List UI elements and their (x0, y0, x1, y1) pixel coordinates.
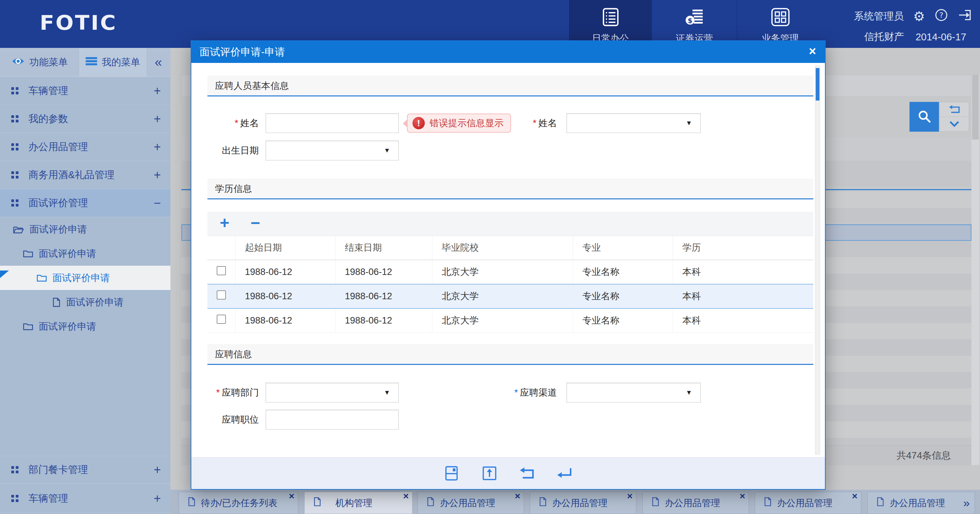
document-icon (313, 497, 321, 509)
bottom-tab-office-supplies-2[interactable]: 办公用品管理 × (530, 492, 636, 514)
tree-item-interview-apply-l1[interactable]: 面试评价申请 (0, 217, 170, 241)
tree-item-interview-apply-l4[interactable]: 面试评价申请 (0, 290, 170, 314)
column-header: 结束日期 (335, 236, 432, 260)
close-icon[interactable]: × (627, 491, 633, 502)
close-icon[interactable]: × (515, 491, 520, 502)
gear-icon[interactable]: ⚙ (913, 10, 925, 23)
document-icon (539, 497, 547, 509)
tree-item-interview-apply-l2[interactable]: 面试评价申请 (0, 241, 170, 266)
tree-item-interview-apply-l2b[interactable]: 面试评价申请 (0, 314, 170, 339)
user-info-row: 系统管理员 ⚙ ? (832, 8, 972, 24)
close-icon[interactable]: × (852, 491, 858, 502)
position-input[interactable] (266, 410, 399, 430)
expand-toggle[interactable]: + (154, 140, 161, 154)
expand-toggle[interactable]: + (154, 168, 161, 182)
grid-dots-icon (11, 143, 19, 151)
scrollbar-thumb[interactable] (972, 75, 978, 140)
education-toolbar: + − (207, 212, 813, 236)
table-row[interactable]: 1988-06-12 1988-06-12 北京大学 专业名称 本科 (207, 260, 813, 284)
document-icon (427, 497, 434, 509)
table-row-selected[interactable]: 1988-06-12 1988-06-12 北京大学 专业名称 本科 (207, 284, 813, 308)
sidebar-item-vehicle-mgmt-2[interactable]: 车辆管理 + (0, 485, 170, 512)
remove-row-button[interactable]: − (251, 212, 260, 234)
grid-dots-icon (11, 199, 19, 207)
bottom-tab-org-mgmt[interactable]: 机构管理 × (304, 492, 412, 514)
caret-down-icon: ▼ (384, 147, 390, 154)
row-checkbox[interactable] (217, 290, 226, 300)
search-button[interactable] (910, 102, 939, 132)
sidebar-item-interview-eval-mgmt[interactable]: 面试评价管理 − (0, 189, 170, 217)
help-icon[interactable]: ? (934, 8, 948, 24)
document-icon (52, 298, 60, 307)
tree-item-interview-apply-selected[interactable]: 面试评价申请 (0, 266, 170, 290)
add-row-button[interactable]: + (220, 212, 229, 234)
row-checkbox[interactable] (217, 315, 226, 324)
cell-degree: 本科 (673, 260, 813, 284)
table-row[interactable]: 1988-06-12 1988-06-12 北京大学 专业名称 本科 (207, 308, 813, 333)
field-label-dept: *应聘部门 (207, 383, 259, 403)
tab-overflow-icon[interactable]: » (963, 496, 970, 509)
bottom-tab-task-list[interactable]: 待办/已办任务列表 × (179, 492, 298, 514)
document-icon (764, 497, 772, 509)
sidebar-collapse-button[interactable]: « (146, 48, 170, 76)
document-icon (188, 497, 196, 509)
column-header: 毕业院校 (432, 236, 573, 260)
cell-major: 专业名称 (573, 260, 673, 284)
page-scrollbar[interactable] (972, 75, 979, 465)
bottom-tab-office-supplies-4[interactable]: 办公用品管理 × (755, 492, 861, 514)
chevron-down-icon[interactable] (940, 117, 969, 131)
close-icon[interactable]: × (403, 491, 409, 502)
required-asterisk-blue: * (514, 387, 518, 398)
collapse-toggle[interactable]: − (154, 196, 161, 210)
sidebar-item-office-supplies[interactable]: 办公用品管理 + (0, 133, 170, 161)
modal-scrollbar[interactable] (815, 66, 820, 454)
bottom-tab-office-supplies-5[interactable]: 办公用品管理 » (867, 492, 975, 514)
column-header: 专业 (573, 236, 673, 260)
tab-my-menu[interactable]: 我的菜单 (80, 48, 146, 76)
expand-toggle[interactable]: + (154, 463, 161, 477)
user-org-row: 信托财产 2014-06-17 (832, 30, 966, 44)
modal-scrollbar-thumb[interactable] (816, 68, 819, 100)
document-icon (652, 497, 659, 509)
section-apply-info: 应聘信息 (207, 344, 813, 365)
cell-major: 专业名称 (573, 308, 673, 333)
name-input[interactable] (266, 113, 399, 133)
eye-icon (12, 57, 25, 68)
name2-select[interactable]: ▼ (566, 113, 701, 133)
svg-text:$: $ (688, 16, 692, 25)
sidebar-item-vehicle-mgmt[interactable]: 车辆管理 + (0, 77, 170, 105)
cell-end-date: 1988-06-12 (335, 308, 432, 333)
cell-degree: 本科 (673, 308, 813, 333)
expand-toggle[interactable]: + (154, 112, 161, 126)
cell-start-date: 1988-06-12 (235, 284, 335, 308)
cell-major: 专业名称 (573, 284, 673, 308)
bottom-tab-office-supplies-1[interactable]: 办公用品管理 × (418, 492, 524, 514)
user-org[interactable]: 信托财产 (864, 30, 904, 44)
channel-select[interactable]: ▼ (566, 383, 701, 403)
caret-down-icon: ▼ (384, 389, 390, 397)
close-icon[interactable]: × (289, 491, 294, 502)
logout-icon[interactable] (958, 8, 972, 24)
row-checkbox[interactable] (217, 266, 226, 275)
undo-icon[interactable] (519, 465, 535, 482)
close-icon[interactable]: × (809, 41, 816, 62)
sidebar-item-my-params[interactable]: 我的参数 + (0, 105, 170, 133)
sidebar-item-wine-gifts[interactable]: 商务用酒&礼品管理 + (0, 161, 170, 189)
birthdate-select[interactable]: ▼ (266, 141, 399, 160)
modal-header[interactable]: 面试评价申请-申请 × (191, 41, 825, 63)
tab-function-menu[interactable]: 功能菜单 (0, 48, 80, 76)
enter-icon[interactable] (557, 465, 573, 482)
reset-button[interactable] (940, 102, 969, 117)
close-icon[interactable]: × (740, 491, 745, 502)
save-icon[interactable] (444, 465, 460, 482)
sidebar: 功能菜单 我的菜单 « 车辆管理 + 我的参数 + 办公用品管理 + (0, 48, 170, 514)
grid-dots-icon (11, 171, 19, 179)
svg-text:?: ? (939, 11, 943, 19)
sidebar-item-dept-meal-card[interactable]: 部门餐卡管理 + (0, 456, 170, 484)
upload-icon[interactable] (481, 465, 498, 482)
expand-toggle[interactable]: + (154, 492, 161, 506)
bottom-tab-office-supplies-3[interactable]: 办公用品管理 × (643, 492, 749, 514)
expand-toggle[interactable]: + (154, 84, 161, 98)
dept-select[interactable]: ▼ (266, 383, 399, 403)
cell-start-date: 1988-06-12 (235, 260, 335, 284)
